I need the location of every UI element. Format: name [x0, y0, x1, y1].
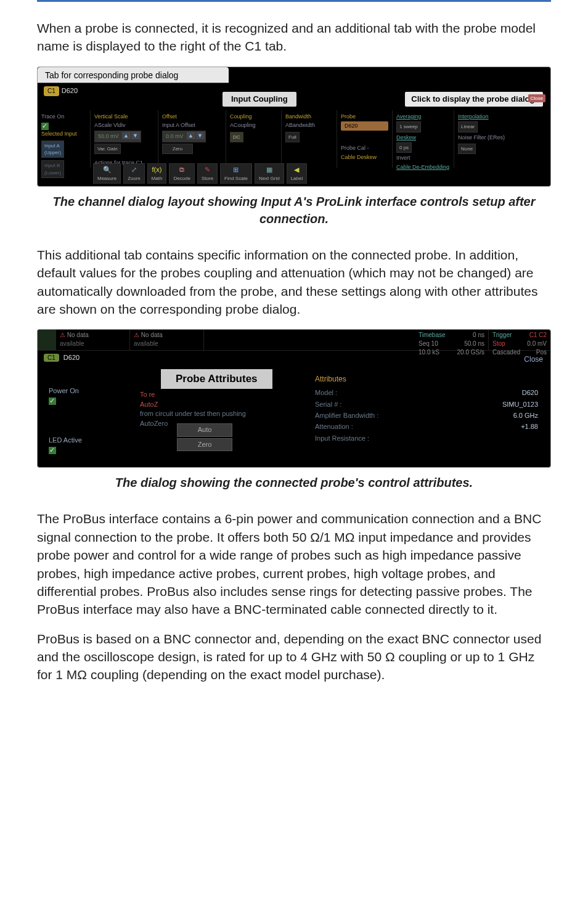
attr-key: Amplifier Bandwidth : — [315, 411, 378, 420]
figure-probe-dialog: ⚠ No data available ⚠ No data available … — [37, 329, 551, 468]
up-arrow-icon[interactable]: ▲ — [122, 132, 131, 139]
figure-channel-dialog: Tab for corresponding probe dialog C1 D6… — [37, 67, 551, 187]
annotation-right: Click to display the probe dialog. — [405, 92, 543, 107]
figure1-caption: The channel dialog layout showing Input … — [37, 193, 551, 227]
store-button[interactable]: ✎Store — [197, 163, 218, 184]
power-on-checkbox[interactable] — [49, 397, 56, 405]
figure2-caption: The dialog showing the connected probe's… — [37, 474, 551, 491]
left-panel: Trace On Selected Input Input A (Upper) … — [38, 110, 91, 168]
noise-filter-value[interactable]: None — [458, 144, 476, 154]
attr-key: Model : — [315, 388, 337, 397]
find-scale-label: Find Scale — [224, 175, 248, 182]
zero-button[interactable]: Zero — [162, 144, 193, 154]
attr-row: Model :D620 — [315, 388, 538, 397]
seq-label: Seq 10 — [419, 340, 438, 347]
status-icon — [38, 330, 56, 350]
close-button[interactable]: Close — [524, 354, 543, 365]
probe-d620-pill[interactable]: D620 — [341, 121, 388, 131]
zoom-label: Zoom — [128, 175, 140, 182]
timebase-label: Timebase — [419, 332, 446, 338]
hint-line2: AutoZ — [140, 401, 158, 408]
offset-panel: Offset Input A Offset 0.0 mV ▲ ▼ Zero — [158, 110, 226, 168]
invert-label: Invert — [396, 154, 450, 162]
tab-d620[interactable]: D620 — [63, 354, 80, 361]
warn-icon: ⚠ — [134, 332, 139, 338]
available-text: available — [134, 340, 158, 347]
deskew-link[interactable]: Deskew — [396, 134, 450, 142]
stop-label: Stop — [492, 340, 505, 347]
ioffset-spinner[interactable]: 0.0 mV ▲ ▼ — [162, 131, 206, 142]
ioffset-label: Input A Offset — [162, 121, 222, 129]
paragraph-2: This additional tab contains specific in… — [37, 246, 551, 319]
attr-key: Serial # : — [315, 400, 341, 409]
status-nodata-1: ⚠ No data available — [56, 330, 130, 350]
probe-cal-label: Probe Cal - — [341, 144, 388, 152]
tab-c1[interactable]: C1 — [44, 86, 59, 96]
attr-row: Attenuation :+1.88 — [315, 422, 538, 431]
math-button[interactable]: f(x)Math — [147, 163, 167, 184]
vertical-scale-panel: Vertical Scale AScale Vldiv 50.0 mV ▲ ▼ … — [91, 110, 158, 168]
acoupling-label: ACoupling — [230, 121, 277, 129]
input-a-text: Input A — [44, 143, 60, 149]
zoom-button[interactable]: ⤢Zoom — [123, 163, 144, 184]
label-icon: ◀ — [294, 165, 299, 174]
ks-label: 10.0 kS — [419, 349, 439, 356]
bandwidth-value[interactable]: Full — [285, 132, 300, 142]
input-a-button[interactable]: Input A (Upper) — [41, 141, 64, 158]
interpolation-link[interactable]: Interpolation — [458, 113, 512, 121]
close-button[interactable]: Close — [528, 94, 545, 102]
tab-d620[interactable]: D620 — [62, 86, 78, 96]
timebase-cell: Timebase 0 ns Seq 10 50.0 ns 10.0 kS 20.… — [415, 330, 489, 350]
timebase-ns: 0 ns — [473, 331, 484, 340]
actions-row: 🔍Measure ⤢Zoom f(x)Math ⧉Decode ✎Store ⊞… — [38, 163, 550, 184]
available-text: available — [60, 340, 84, 347]
measure-button[interactable]: 🔍Measure — [93, 163, 121, 184]
power-on-label: Power On — [49, 387, 79, 394]
led-active-label: LED Active — [49, 436, 82, 444]
deskew-value[interactable]: 0 ps — [396, 142, 412, 153]
var-gain-button[interactable]: Var. Gain — [94, 144, 121, 154]
interp-panel: Interpolation Linear Noise Filter (ERes)… — [454, 110, 516, 168]
autozero-hint: To re AutoZ from circuit under test then… — [140, 390, 276, 428]
gs-label: 20.0 GS/s — [457, 348, 484, 357]
vertical-header: Vertical Scale — [94, 113, 154, 121]
find-scale-icon: ⊞ — [233, 165, 239, 174]
probe-header: Probe — [341, 113, 388, 121]
auto-button[interactable]: Auto — [177, 423, 232, 436]
store-icon: ✎ — [205, 165, 210, 174]
down-arrow-icon[interactable]: ▼ — [196, 132, 205, 139]
cable-deskew-label[interactable]: Cable Deskew — [341, 153, 388, 161]
nodata-text: No data — [141, 332, 163, 338]
label-button[interactable]: ◀Label — [287, 163, 308, 184]
down-arrow-icon[interactable]: ▼ — [131, 132, 140, 139]
sweep-value[interactable]: 1 sweep — [396, 121, 421, 132]
trace-on-checkbox[interactable] — [41, 123, 49, 130]
attr-key: Input Resistance : — [315, 434, 369, 443]
zero-button[interactable]: Zero — [177, 438, 232, 451]
ascale-spinner[interactable]: 50.0 mV ▲ ▼ — [94, 131, 141, 142]
intro-paragraph: When a probe is connected, it is recogni… — [37, 19, 551, 55]
bandwidth-header: Bandwidth — [285, 113, 333, 121]
coupling-value[interactable]: DC — [230, 132, 243, 142]
hint-line4: AutoZero — [140, 420, 168, 427]
nodata-text: No data — [67, 332, 89, 338]
status-nodata-2: ⚠ No data available — [130, 330, 204, 350]
interp-value[interactable]: Linear — [458, 121, 478, 132]
tab-c1[interactable]: C1 — [44, 354, 59, 362]
next-grid-button[interactable]: ▦Next Grid — [255, 163, 284, 184]
up-arrow-icon[interactable]: ▲ — [187, 132, 195, 139]
power-on-group: Power On — [49, 386, 79, 406]
coupling-panel: Coupling ACoupling DC — [226, 110, 282, 168]
decode-button[interactable]: ⧉Decode — [169, 163, 195, 184]
led-active-checkbox[interactable] — [49, 447, 56, 454]
label-label: Label — [291, 175, 303, 182]
find-scale-button[interactable]: ⊞Find Scale — [220, 163, 252, 184]
next-grid-label: Next Grid — [259, 175, 280, 182]
warn-icon: ⚠ — [60, 332, 65, 338]
grid-icon: ▦ — [266, 165, 272, 174]
store-label: Store — [202, 175, 213, 182]
trigger-label: Trigger — [492, 332, 512, 338]
hint-line3: from circuit under test then pushing — [140, 410, 246, 417]
averaging-link[interactable]: Averaging — [396, 113, 450, 121]
probe-attributes-title: Probe Attributes — [161, 369, 272, 389]
